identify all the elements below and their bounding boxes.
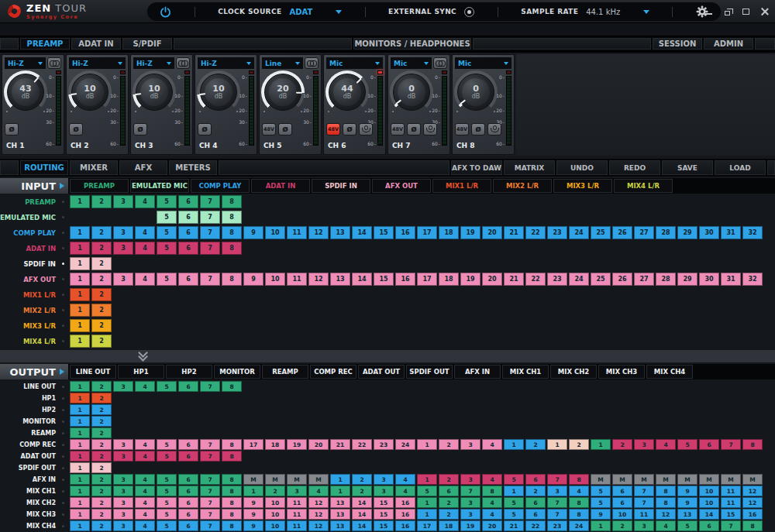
matrix-cell[interactable]: 8	[222, 242, 242, 255]
matrix-cell[interactable]: 1	[70, 319, 90, 332]
input-source-select[interactable]: Hi-Z	[69, 57, 126, 69]
matrix-cell[interactable]: 12	[742, 486, 763, 496]
matrix-cell[interactable]: 5	[677, 439, 698, 450]
matrix-cell[interactable]: 3	[460, 509, 480, 520]
matrix-cell[interactable]: 1	[591, 520, 611, 531]
input-source-select[interactable]: Mic	[326, 57, 383, 69]
column-button-monitor[interactable]: MONITOR	[214, 365, 260, 379]
tab-save[interactable]: SAVE	[662, 160, 713, 175]
matrix-cell[interactable]: 4	[482, 439, 502, 450]
gain-knob[interactable]: 43dB	[4, 70, 47, 114]
matrix-cell[interactable]: 16	[395, 520, 415, 531]
matrix-cell[interactable]: 8	[222, 451, 242, 462]
phase-invert-button[interactable]	[278, 123, 292, 136]
output-header[interactable]: OUTPUT	[0, 364, 68, 379]
matrix-cell[interactable]: 29	[677, 226, 698, 239]
matrix-cell[interactable]: 3	[113, 486, 133, 496]
matrix-cell[interactable]: 3	[113, 451, 133, 462]
matrix-cell[interactable]: 15	[374, 497, 394, 508]
matrix-cell[interactable]: 18	[439, 520, 459, 531]
matrix-cell[interactable]: 2	[91, 439, 112, 450]
matrix-cell[interactable]: 13	[330, 497, 350, 508]
gain-knob[interactable]: 10dB	[197, 70, 240, 114]
matrix-cell[interactable]: 1	[504, 439, 524, 450]
matrix-cell[interactable]: 18	[439, 273, 459, 286]
matrix-cell[interactable]: 1	[70, 195, 90, 208]
maximize-button[interactable]	[739, 5, 752, 18]
matrix-cell[interactable]: 1	[243, 486, 264, 496]
gain-knob[interactable]: 0dB	[390, 70, 433, 114]
matrix-cell[interactable]: 2	[91, 451, 112, 462]
matrix-cell[interactable]: 4	[482, 474, 502, 485]
matrix-cell[interactable]: 3	[113, 439, 133, 450]
matrix-cell[interactable]: 7	[200, 497, 220, 508]
matrix-cell[interactable]: 1	[547, 439, 567, 450]
matrix-cell[interactable]: 8	[222, 520, 242, 531]
matrix-cell[interactable]: 2	[91, 474, 112, 485]
matrix-cell[interactable]: 14	[352, 226, 372, 239]
matrix-cell[interactable]: 1	[70, 427, 90, 438]
matrix-cell[interactable]: 8	[222, 474, 242, 485]
matrix-cell[interactable]: 7	[200, 195, 220, 208]
matrix-cell[interactable]: 1	[417, 439, 437, 450]
matrix-cell[interactable]: 2	[612, 520, 632, 531]
input-source-select[interactable]: Hi-Z	[133, 57, 174, 69]
matrix-cell[interactable]: 1	[70, 393, 90, 403]
matrix-cell[interactable]: 13	[677, 509, 698, 520]
matrix-cell[interactable]: 3	[113, 242, 133, 255]
matrix-cell[interactable]: 19	[460, 273, 480, 286]
matrix-cell[interactable]: 21	[504, 226, 524, 239]
tab-load[interactable]: LOAD	[715, 160, 766, 175]
matrix-cell[interactable]: 22	[525, 226, 546, 239]
matrix-cell[interactable]: 7	[721, 520, 741, 531]
matrix-cell[interactable]: 6	[699, 520, 719, 531]
matrix-cell[interactable]: 9	[677, 486, 698, 496]
matrix-cell[interactable]: 3	[460, 439, 480, 450]
matrix-cell[interactable]: 19	[460, 520, 480, 531]
matrix-cell[interactable]: 2	[91, 497, 112, 508]
matrix-cell[interactable]: 15	[374, 520, 394, 531]
matrix-cell[interactable]: 1	[70, 462, 90, 473]
matrix-cell[interactable]: 10	[265, 497, 285, 508]
matrix-cell[interactable]: 20	[482, 273, 502, 286]
matrix-cell[interactable]: 1	[70, 497, 90, 508]
matrix-cell[interactable]: 4	[656, 439, 676, 450]
matrix-cell[interactable]: M	[612, 474, 632, 485]
phase-invert-button[interactable]	[471, 123, 485, 136]
matrix-cell[interactable]: M	[308, 474, 329, 485]
matrix-cell[interactable]: 7	[200, 486, 220, 496]
matrix-cell[interactable]: 11	[721, 486, 741, 496]
matrix-cell[interactable]: 23	[547, 273, 567, 286]
matrix-cell[interactable]: 7	[634, 486, 654, 496]
matrix-cell[interactable]: 3	[113, 497, 133, 508]
column-button-adat-in[interactable]: ADAT IN	[251, 179, 310, 193]
matrix-cell[interactable]: 6	[178, 451, 198, 462]
matrix-cell[interactable]: 3	[113, 474, 133, 485]
matrix-cell[interactable]: 1	[70, 474, 90, 485]
column-button-line-out[interactable]: LINE OUT	[70, 365, 116, 379]
matrix-cell[interactable]: 7	[200, 520, 220, 531]
phase-invert-button[interactable]	[407, 123, 421, 136]
matrix-cell[interactable]: 22	[525, 520, 546, 531]
matrix-cell[interactable]: 1	[70, 439, 90, 450]
column-button-comp-rec[interactable]: COMP REC	[310, 365, 356, 379]
matrix-cell[interactable]: 2	[439, 439, 459, 450]
matrix-cell[interactable]: 5	[157, 195, 177, 208]
matrix-cell[interactable]: 23	[547, 520, 567, 531]
tab-monitors-headphones[interactable]: MONITORS / HEADPHONES	[353, 38, 470, 50]
phantom-power-button[interactable]: 48V	[262, 123, 276, 136]
tab-afx-to-daw[interactable]: AFX TO DAW	[451, 160, 502, 175]
column-button-comp-play[interactable]: COMP PLAY	[191, 179, 250, 193]
matrix-cell[interactable]: 21	[504, 520, 524, 531]
matrix-cell[interactable]: M	[721, 474, 741, 485]
matrix-cell[interactable]: 8	[222, 195, 242, 208]
matrix-cell[interactable]: 27	[634, 226, 654, 239]
matrix-cell[interactable]: 2	[91, 486, 112, 496]
matrix-cell[interactable]: 6	[525, 509, 546, 520]
column-button-mix-ch3[interactable]: MIX CH3	[598, 365, 645, 379]
matrix-cell[interactable]: 10	[265, 226, 285, 239]
matrix-cell[interactable]: 1	[70, 273, 90, 286]
matrix-cell[interactable]: 4	[135, 474, 155, 485]
tab-redo[interactable]: REDO	[609, 160, 660, 175]
matrix-cell[interactable]: 5	[157, 439, 177, 450]
